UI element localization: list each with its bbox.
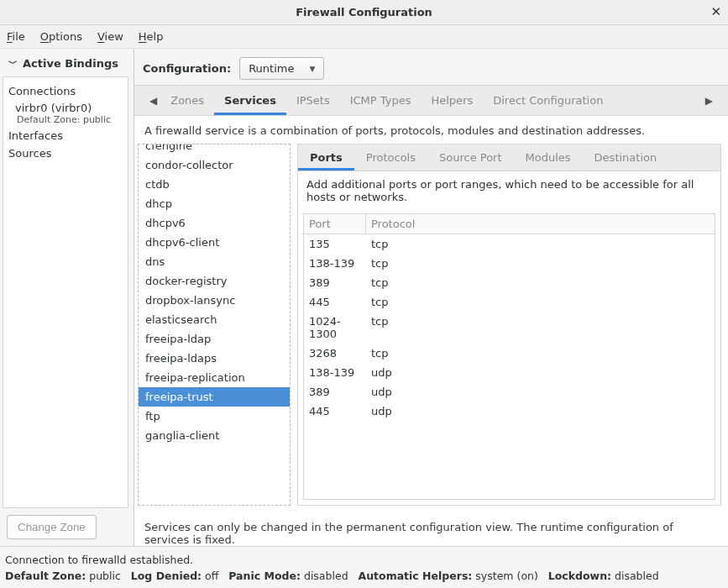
sidebar-cat-connections[interactable]: Connections [3, 82, 128, 100]
connection-name: virbr0 (virbr0) [15, 102, 123, 114]
list-item[interactable]: freeipa-ldaps [139, 349, 290, 368]
cell-protocol: tcp [366, 344, 394, 363]
tab-direct-config[interactable]: Direct Configuration [483, 86, 613, 115]
menu-options[interactable]: Options [40, 30, 82, 43]
sidebar-item-virbr0[interactable]: virbr0 (virbr0) Default Zone: public [3, 100, 128, 127]
main-tabs: ◀ Zones Services IPSets ICMP Types Helpe… [134, 85, 728, 116]
subtab-modules[interactable]: Modules [514, 144, 583, 171]
list-item-selected[interactable]: freeipa-trust [139, 387, 290, 407]
config-combo[interactable]: Runtime ▼ [239, 57, 324, 80]
chevron-down-icon: ▼ [309, 65, 315, 73]
sidebar-cat-interfaces[interactable]: Interfaces [3, 127, 128, 144]
sidebar-body: Connections virbr0 (virbr0) Default Zone… [3, 76, 128, 508]
status-connection: Connection to firewalld established. [5, 552, 723, 568]
list-item[interactable]: ftp [139, 407, 290, 426]
service-split: cfengine condor-collector ctdb dhcp dhcp… [134, 144, 728, 514]
cell-protocol: tcp [366, 292, 394, 312]
list-item[interactable]: freeipa-replication [139, 368, 290, 387]
subtab-source-port[interactable]: Source Port [427, 144, 514, 171]
services-list[interactable]: cfengine condor-collector ctdb dhcp dhcp… [138, 144, 291, 506]
list-item[interactable]: dhcpv6-client [139, 233, 290, 252]
change-zone-button[interactable]: Change Zone [7, 515, 97, 539]
subtab-ports[interactable]: Ports [298, 144, 354, 171]
cell-port: 389 [304, 273, 366, 292]
status-ah-value: system (on) [475, 570, 538, 582]
table-row[interactable]: 389udp [304, 382, 715, 402]
cell-port: 3268 [304, 344, 366, 363]
subtab-destination[interactable]: Destination [583, 144, 669, 171]
tab-helpers[interactable]: Helpers [421, 86, 483, 115]
cell-port: 138-139 [304, 254, 366, 273]
sidebar-header-label: Active Bindings [23, 57, 118, 70]
subtab-body: Add additional ports or port ranges, whi… [297, 171, 721, 506]
status-pm-label: Panic Mode: [228, 570, 301, 582]
col-port[interactable]: Port [304, 214, 366, 234]
table-body: 135tcp138-139tcp389tcp445tcp1024-1300tcp… [304, 234, 715, 421]
sidebar-footer: Change Zone [0, 508, 134, 546]
status-ld-label: Log Denied: [131, 570, 202, 582]
list-item[interactable]: dhcp [139, 194, 290, 213]
content: Configuration: Runtime ▼ ◀ Zones Service… [134, 49, 728, 546]
subtab-protocols[interactable]: Protocols [354, 144, 427, 171]
sub-tabs: Ports Protocols Source Port Modules Dest… [297, 144, 721, 171]
tab-scroll-right-icon[interactable]: ▶ [702, 95, 716, 107]
status-lk-label: Lockdown: [548, 570, 611, 582]
cell-port: 445 [304, 402, 366, 421]
table-row[interactable]: 445udp [304, 402, 715, 421]
ports-description: Add additional ports or port ranges, whi… [298, 171, 720, 210]
menu-view[interactable]: View [97, 30, 123, 43]
status-summary: Default Zone: public Log Denied: off Pan… [5, 568, 723, 584]
cell-port: 135 [304, 234, 366, 254]
table-row[interactable]: 138-139tcp [304, 254, 715, 273]
cell-protocol: tcp [366, 273, 394, 292]
list-item[interactable]: docker-registry [139, 271, 290, 291]
table-row[interactable]: 389tcp [304, 273, 715, 292]
list-item[interactable]: ctdb [139, 175, 290, 194]
cell-port: 138-139 [304, 363, 366, 382]
list-item[interactable]: freeipa-ldap [139, 329, 290, 349]
table-row[interactable]: 1024-1300tcp [304, 312, 715, 344]
close-icon[interactable]: ✕ [710, 4, 721, 19]
menu-file[interactable]: File [7, 30, 25, 43]
list-item[interactable]: ganglia-client [139, 426, 290, 445]
titlebar: Firewall Configuration ✕ [0, 0, 728, 25]
sidebar-cat-sources[interactable]: Sources [3, 144, 128, 162]
cell-protocol: udp [366, 382, 397, 402]
table-row[interactable]: 445tcp [304, 292, 715, 312]
cell-port: 389 [304, 382, 366, 402]
sidebar: ﹀ Active Bindings Connections virbr0 (vi… [0, 49, 134, 546]
table-header: Port Protocol [304, 214, 715, 234]
table-row[interactable]: 135tcp [304, 234, 715, 254]
col-protocol[interactable]: Protocol [366, 214, 420, 234]
cell-protocol: udp [366, 402, 397, 421]
window-title: Firewall Configuration [0, 6, 728, 18]
tab-zones[interactable]: Zones [160, 86, 214, 115]
status-dz-label: Default Zone: [5, 570, 86, 582]
status-dz-value: public [89, 570, 121, 582]
tab-scroll-left-icon[interactable]: ◀ [146, 95, 160, 107]
status-pm-value: disabled [304, 570, 348, 582]
services-footnote: Services can only be changed in the perm… [134, 514, 728, 546]
connection-sub: Default Zone: public [15, 114, 123, 125]
status-ah-label: Automatic Helpers: [359, 570, 473, 582]
cell-protocol: tcp [366, 312, 394, 344]
tab-icmp-types[interactable]: ICMP Types [340, 86, 422, 115]
cell-port: 445 [304, 292, 366, 312]
list-item[interactable]: dhcpv6 [139, 213, 290, 233]
table-row[interactable]: 138-139udp [304, 363, 715, 382]
table-row[interactable]: 3268tcp [304, 344, 715, 363]
list-item[interactable]: cfengine [139, 144, 290, 155]
list-item[interactable]: dropbox-lansync [139, 291, 290, 310]
cell-port: 1024-1300 [304, 312, 366, 344]
list-item[interactable]: condor-collector [139, 155, 290, 175]
list-item[interactable]: dns [139, 252, 290, 271]
cell-protocol: tcp [366, 234, 394, 254]
list-item[interactable]: elasticsearch [139, 310, 290, 329]
sidebar-header[interactable]: ﹀ Active Bindings [0, 49, 134, 76]
status-ld-value: off [205, 570, 218, 582]
menu-help[interactable]: Help [139, 30, 164, 43]
tab-services[interactable]: Services [214, 86, 286, 115]
tab-ipsets[interactable]: IPSets [286, 86, 340, 115]
menubar: File Options View Help [0, 25, 728, 49]
service-detail: Ports Protocols Source Port Modules Dest… [297, 144, 721, 506]
